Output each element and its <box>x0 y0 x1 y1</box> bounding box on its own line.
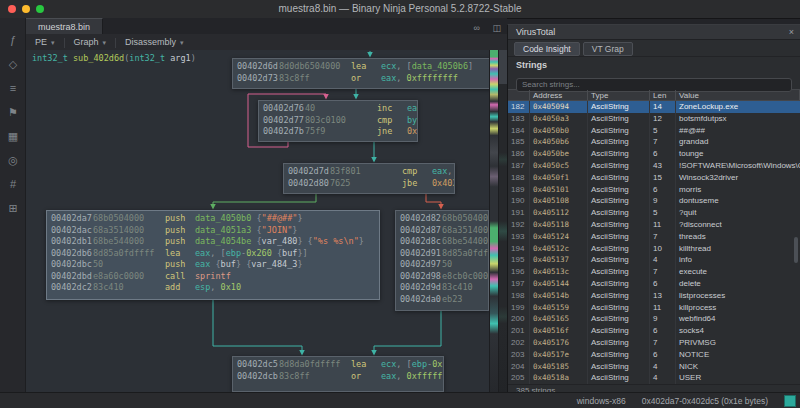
string-row[interactable]: 1910x405112AsciiString5?quit <box>508 207 800 219</box>
string-row[interactable]: 2050x40518aAsciiString4USER <box>508 372 800 384</box>
platform-label: windows-x86 <box>577 396 626 406</box>
string-row[interactable]: 1870x4050c5AsciiString43!SOFTWARE\Micros… <box>508 160 800 172</box>
string-row[interactable]: 2000x405165AsciiString9webfind64 <box>508 313 800 325</box>
asm-line[interactable]: 00402dc58d8da0fdffffleaecx, [ebp-0x260 {… <box>237 359 439 371</box>
asm-line[interactable]: 00402d8268b0504000pushdata_4050b0 <box>400 213 484 225</box>
string-row[interactable]: 1820x405094AsciiString14ZoneLockup.exe <box>508 101 800 113</box>
basic-block[interactable]: 00402d6d8d0db6504000leaecx, [data_4050b6… <box>232 58 489 89</box>
variables-icon[interactable]: ≡ <box>0 76 26 100</box>
disassembly-label: Disassembly <box>125 37 176 47</box>
search-box <box>508 71 800 89</box>
asm-line[interactable]: 00402d807625jbe0x402da7 <box>288 178 450 190</box>
function-signature[interactable]: int32_t sub_402d6d(int32_t arg1) <box>32 53 196 63</box>
asm-line[interactable]: 00402d98e8cb0c0000callsprintf <box>400 271 484 283</box>
basic-block[interactable]: 00402d7640inceax00402d77803c0100cmpbyte … <box>258 100 418 142</box>
string-row[interactable]: 2010x40516fAsciiString6socks4 <box>508 325 800 337</box>
left-sidebar: ƒ◇≡⚑▦◎#⊞ <box>0 18 26 392</box>
chevron-down-icon: ▾ <box>51 39 55 46</box>
asm-line[interactable]: 00402d8c68be544000pushdata_4054be <box>400 236 484 248</box>
string-row[interactable]: 2040x405185AsciiString4NICK <box>508 361 800 373</box>
view-toolbar: PE▾Graph▾Disassembly▾ <box>26 34 507 51</box>
string-row[interactable]: 2030x40517eAsciiString6NOTICE <box>508 349 800 361</box>
types-icon[interactable]: ◇ <box>0 52 26 76</box>
string-row[interactable]: 1980x40514bAsciiString13listprocesses <box>508 290 800 302</box>
close-icon[interactable]: × <box>789 25 794 39</box>
string-row[interactable]: 1850x4050b6AsciiString7grandad <box>508 136 800 148</box>
panel-tabs: Code Insight VT Grap <box>508 40 800 57</box>
string-row[interactable]: 1860x4050beAsciiString6tounge <box>508 148 800 160</box>
asm-line[interactable]: 00402db68d85a0fdffffleaeax, [ebp-0x260 {… <box>51 248 375 260</box>
chevron-down-icon: ▾ <box>180 39 184 46</box>
strings-table-body[interactable]: 1820x405094AsciiString14ZoneLockup.exe18… <box>508 101 800 384</box>
table-scrollbar[interactable] <box>794 237 798 263</box>
string-row[interactable]: 1940x40512cAsciiString10killthread <box>508 243 800 255</box>
title-bar: muestra8.bin — Binary Ninja Personal 5.2… <box>0 0 800 19</box>
asm-line[interactable]: 00402dbde8a60c0000callsprintf <box>51 271 375 283</box>
col-address[interactable]: Address <box>530 90 588 100</box>
asm-line[interactable]: 00402dc283c410addesp, 0x10 <box>51 282 375 294</box>
asm-line[interactable]: 00402d7b75f9jne0x402d76 <box>263 126 413 138</box>
status-color-swatch <box>784 395 796 407</box>
virustotal-panel: VirusTotal × Code Insight VT Grap String… <box>507 24 800 392</box>
link-view-icon[interactable]: ∞ <box>474 23 480 33</box>
tab-bar: muestra8.bin ∞ ◫ <box>26 18 507 35</box>
asm-line[interactable]: 00402d6d8d0db6504000leaecx, [data_4050b6… <box>237 61 489 73</box>
string-row[interactable]: 1990x405159AsciiString11killprocess <box>508 302 800 314</box>
panel-title: VirusTotal <box>516 27 555 37</box>
binary-view-selector[interactable]: PE▾ <box>26 34 64 51</box>
selection-range-label: 0x402da7-0x402dc5 (0x1e bytes) <box>642 396 768 406</box>
minimap-strip[interactable] <box>498 50 507 392</box>
asm-line[interactable]: 00402d9750pusheax <box>400 259 484 271</box>
asm-line[interactable]: 00402da0eb23jmp0x402dc5 <box>400 294 484 306</box>
basic-block[interactable]: 00402dc58d8da0fdffffleaecx, [ebp-0x260 {… <box>232 356 444 392</box>
mini-graph-icon[interactable]: ⊞ <box>0 196 26 220</box>
string-row[interactable]: 2020x405176AsciiString7PRIVMSG <box>508 337 800 349</box>
panel-header: VirusTotal × <box>508 25 800 40</box>
asm-line[interactable]: 00402d77803c0100cmpbyte [ecx+eax], 0x0 <box>263 115 413 127</box>
strings-icon[interactable]: # <box>0 172 26 196</box>
tab-vt-graph[interactable]: VT Grap <box>583 42 633 56</box>
string-row[interactable]: 1970x405144AsciiString6delete <box>508 278 800 290</box>
string-row[interactable]: 1830x4050a3AsciiString12botsmfdutpsx <box>508 113 800 125</box>
memory-map-icon[interactable]: ▦ <box>0 124 26 148</box>
col-type[interactable]: Type <box>588 90 650 100</box>
asm-line[interactable]: 00402d918d85a0fdffffleaeax, [ebp-0x260] <box>400 248 484 260</box>
status-bar: windows-x86 0x402da7-0x402dc5 (0x1e byte… <box>0 392 800 408</box>
cross-references-icon[interactable]: ◎ <box>0 148 26 172</box>
asm-line[interactable]: 00402d7383c8fforeax, 0xffffffff <box>237 73 489 85</box>
graph-canvas[interactable]: int32_t sub_402d6d(int32_t arg1) 00402d6… <box>26 50 489 392</box>
asm-line[interactable]: 00402d7d83f801cmpeax, 0x1 <box>288 166 450 178</box>
col-index <box>508 90 530 100</box>
tab-code-insight[interactable]: Code Insight <box>514 42 580 56</box>
col-value[interactable]: Value <box>676 90 800 100</box>
graph-view-selector[interactable]: Graph▾ <box>65 34 116 51</box>
strings-section-title: Strings <box>508 57 800 71</box>
asm-line[interactable]: 00402dac68a3514000pushdata_4051a3 {"JOIN… <box>51 225 375 237</box>
asm-line[interactable]: 00402da768b0504000pushdata_4050b0 {"##@#… <box>51 213 375 225</box>
string-row[interactable]: 1880x4050f1AsciiString15Winsock32driver <box>508 172 800 184</box>
asm-line[interactable]: 00402db168be544000pushdata_4054be {var_4… <box>51 236 375 248</box>
entropy-strip[interactable] <box>489 50 498 392</box>
disassembly-selector[interactable]: Disassembly▾ <box>116 34 193 51</box>
string-row[interactable]: 1840x4050b0AsciiString5##@## <box>508 125 800 137</box>
asm-line[interactable]: 00402dcb83c8fforeax, 0xffffffff <box>237 371 439 383</box>
split-pane-icon[interactable]: ◫ <box>492 23 501 33</box>
string-row[interactable]: 1890x405101AsciiString6morris <box>508 184 800 196</box>
string-row[interactable]: 1900x405108AsciiString9dontuseme <box>508 195 800 207</box>
asm-line[interactable]: 00402d7640inceax <box>263 103 413 115</box>
asm-line[interactable]: 00402d8768a3514000pushdata_4051a3 <box>400 225 484 237</box>
functions-icon[interactable]: ƒ <box>0 28 26 52</box>
string-row[interactable]: 1930x405124AsciiString7threads <box>508 231 800 243</box>
tags-icon[interactable]: ⚑ <box>0 100 26 124</box>
string-row[interactable]: 1920x405118AsciiString11?disconnect <box>508 219 800 231</box>
basic-block[interactable]: 00402d8268b0504000pushdata_4050b000402d8… <box>395 210 489 311</box>
string-row[interactable]: 1960x40513cAsciiString7execute <box>508 266 800 278</box>
asm-line[interactable]: 00402dbc50pusheax {buf} {var_484_3} <box>51 259 375 271</box>
basic-block[interactable]: 00402d7d83f801cmpeax, 0x100402d807625jbe… <box>283 163 455 194</box>
string-row[interactable]: 1950x405137AsciiString4info <box>508 254 800 266</box>
binary-ninja-window: muestra8.bin — Binary Ninja Personal 5.2… <box>0 0 800 408</box>
asm-line[interactable]: 00402d9d83c410addesp, 0x10 <box>400 282 484 294</box>
basic-block[interactable]: 00402da768b0504000pushdata_4050b0 {"##@#… <box>46 210 380 300</box>
col-len[interactable]: Len <box>650 90 676 100</box>
tab-muestra8[interactable]: muestra8.bin <box>26 18 103 35</box>
